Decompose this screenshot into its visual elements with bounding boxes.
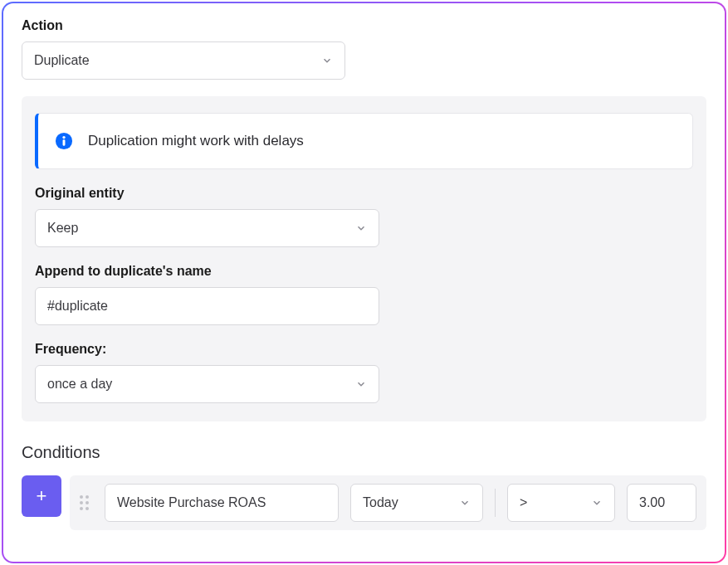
info-alert-text: Duplication might work with delays bbox=[88, 133, 304, 149]
condition-metric-select[interactable]: Website Purchase ROAS bbox=[105, 484, 339, 522]
frequency-label: Frequency: bbox=[35, 342, 693, 357]
plus-icon: + bbox=[37, 485, 47, 507]
conditions-title: Conditions bbox=[22, 443, 706, 462]
gradient-border: Action Duplicate Duplication might work … bbox=[2, 2, 726, 563]
condition-value-input[interactable] bbox=[639, 495, 684, 510]
chevron-down-icon bbox=[459, 497, 471, 509]
append-name-input[interactable] bbox=[47, 299, 367, 314]
add-condition-button[interactable]: + bbox=[22, 475, 61, 517]
condition-metric-value: Website Purchase ROAS bbox=[117, 495, 266, 510]
svg-point-1 bbox=[62, 136, 65, 139]
drag-handle-icon[interactable] bbox=[80, 495, 93, 510]
action-label: Action bbox=[22, 18, 706, 33]
conditions-row: + Website Purchase ROAS Today > bbox=[22, 475, 706, 530]
condition-value-input-wrap[interactable] bbox=[627, 484, 696, 522]
condition-timeframe-value: Today bbox=[363, 495, 398, 510]
info-icon bbox=[55, 132, 73, 150]
form-panel: Action Duplicate Duplication might work … bbox=[3, 3, 725, 562]
condition-timeframe-select[interactable]: Today bbox=[350, 484, 483, 522]
duplicate-settings-box: Duplication might work with delays Origi… bbox=[22, 96, 706, 421]
action-select[interactable]: Duplicate bbox=[22, 41, 345, 80]
original-entity-label: Original entity bbox=[35, 186, 693, 201]
chevron-down-icon bbox=[355, 378, 367, 390]
chevron-down-icon bbox=[355, 222, 367, 234]
condition-operator-value: > bbox=[520, 495, 527, 510]
append-name-label: Append to duplicate's name bbox=[35, 264, 693, 279]
frequency-select[interactable]: once a day bbox=[35, 365, 379, 403]
condition-body: Website Purchase ROAS Today > bbox=[70, 475, 706, 530]
condition-operator-select[interactable]: > bbox=[507, 484, 615, 522]
action-select-value: Duplicate bbox=[34, 53, 90, 68]
append-name-input-wrap[interactable] bbox=[35, 287, 379, 325]
info-alert: Duplication might work with delays bbox=[35, 113, 693, 169]
svg-rect-2 bbox=[63, 139, 66, 145]
original-entity-select[interactable]: Keep bbox=[35, 209, 379, 247]
original-entity-value: Keep bbox=[47, 221, 78, 236]
chevron-down-icon bbox=[591, 497, 603, 509]
chevron-down-icon bbox=[321, 55, 333, 66]
frequency-value: once a day bbox=[47, 377, 112, 392]
divider bbox=[495, 489, 496, 517]
